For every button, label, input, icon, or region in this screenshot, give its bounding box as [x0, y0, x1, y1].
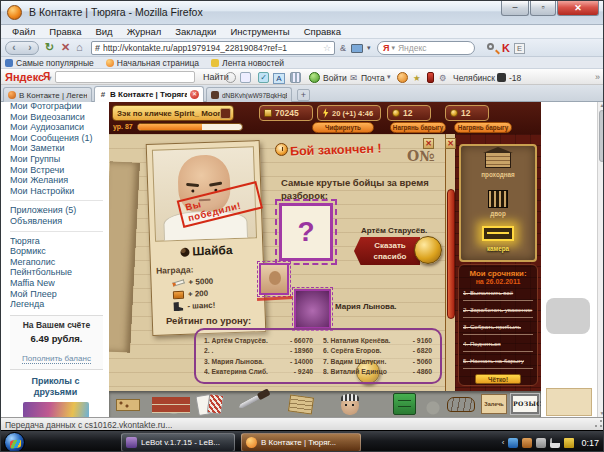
search-engine-dropdown-icon[interactable]: ▾ [391, 44, 395, 52]
player-menu-icon[interactable] [220, 108, 231, 119]
snapshot-icon[interactable] [351, 44, 363, 53]
friends-icon[interactable] [397, 72, 408, 83]
say-thanks-button[interactable]: Сказать спасибо [354, 237, 420, 265]
forward-icon[interactable]: › [22, 42, 38, 54]
tray-display-icon[interactable] [536, 438, 546, 448]
reload-icon[interactable]: ↻ [45, 41, 54, 54]
stop-icon[interactable]: ✕ [61, 41, 70, 54]
sidebar-item-wishes[interactable]: Мои Желания [10, 175, 109, 186]
tray-expand-icon[interactable]: ‹ [502, 438, 505, 447]
address-bar[interactable]: # http://vkontakte.ru/app1979194_2281908… [91, 41, 335, 55]
sidebar-item-photos[interactable]: Мои Фотографии [10, 102, 109, 112]
menu-edit[interactable]: Правка [42, 26, 88, 37]
game-scrollbar-thumb[interactable] [447, 189, 455, 319]
star-icon[interactable]: ★ [413, 73, 421, 83]
money-indicator[interactable]: 70245 [259, 105, 313, 121]
playing-card-back-icon[interactable] [207, 393, 225, 415]
bread-icon[interactable] [447, 397, 475, 412]
top-up-balance-link[interactable]: Пополнить баланс [22, 354, 91, 364]
start-button[interactable] [4, 432, 25, 452]
bookmark-start-page[interactable]: Начальная страница [106, 58, 199, 68]
menu-tools[interactable]: Инструменты [223, 26, 296, 37]
yandex-mail-link[interactable]: Почта [361, 73, 385, 83]
sidebar-item-tyuryaga[interactable]: Тюряга [10, 236, 109, 247]
network-signal-icon[interactable] [550, 438, 560, 448]
sidebar-item-groups[interactable]: Мои Группы [10, 154, 109, 165]
nightstand-icon[interactable] [393, 393, 416, 415]
tasks-button[interactable]: Чётко! [475, 374, 521, 384]
yandex-search-input[interactable] [55, 71, 195, 83]
new-tab-button[interactable]: + [297, 89, 310, 101]
resize-grip[interactable] [594, 419, 603, 428]
sidebar-item-settings[interactable]: Мои Настройки [10, 186, 109, 197]
cell-icon[interactable] [482, 226, 514, 241]
tab-other[interactable]: dNBKvh(wW97BqkHqBSN7wh6co7aO... [206, 87, 292, 102]
taskbar-button-firefox[interactable]: В Контакте | Тюряг... [241, 433, 361, 452]
task-item[interactable]: 5. Наехать на барыгу [463, 357, 533, 369]
energy-indicator[interactable]: 20 (+1) 4:46 [317, 105, 381, 121]
tray-app-icon[interactable] [522, 438, 532, 448]
tab-tyuryaga[interactable]: # В Контакте | Тюряга ✕ [94, 86, 204, 102]
sidebar-item-wormix[interactable]: Вормикс [10, 246, 109, 257]
ad-image[interactable] [23, 402, 89, 417]
tray-messenger-icon[interactable] [508, 438, 518, 448]
cigarettes-indicator-1[interactable]: 12 [387, 105, 431, 121]
bookmark-star-icon[interactable]: ☆ [323, 43, 331, 53]
cigarettes-indicator-2[interactable]: 12 [445, 105, 489, 121]
ad-title[interactable]: Приколы с друзьями [10, 376, 101, 398]
taskbar-button-lebot[interactable]: LeBot v.1.7.15 - LeB... [121, 433, 235, 452]
back-forward-buttons[interactable]: ‹› [5, 41, 39, 55]
menu-bookmarks[interactable]: Закладки [168, 26, 223, 37]
letters-icon[interactable] [288, 394, 314, 414]
tab-legenda[interactable]: В Контакте | Легенда - первая насто... [3, 87, 92, 102]
search-bar[interactable]: Я ▾ Яндекс [377, 41, 475, 55]
close-button[interactable]: ✕ [557, 1, 599, 16]
sidebar-item-messages[interactable]: Мои Сообщения (1) [10, 133, 109, 144]
prisoner-head-icon[interactable] [341, 394, 359, 415]
yard-icon[interactable] [488, 190, 508, 208]
task-item[interactable]: 3. Собрать прибыль [463, 323, 533, 335]
location-cell[interactable]: камера [461, 245, 535, 252]
market-icon[interactable] [427, 72, 434, 83]
top-fighter-name[interactable]: Артём Старусёв. [361, 226, 427, 235]
fighter-portrait-2[interactable] [294, 289, 331, 329]
sidebar-item-megapolis[interactable]: Мегаполис [10, 257, 109, 268]
menu-view[interactable]: Вид [88, 26, 119, 37]
browser-scrollbar-thumb[interactable] [599, 110, 604, 162]
minimize-button[interactable]: – [501, 1, 529, 16]
action-center-flag-icon[interactable] [564, 438, 574, 448]
bookmark-most-popular[interactable]: Самые популярные [5, 58, 94, 68]
tab-close-icon[interactable]: ✕ [190, 90, 199, 99]
dialog-close-icon[interactable]: ✕ [423, 138, 434, 149]
sidebar-item-audios[interactable]: Мои Аудиозаписи [10, 122, 109, 133]
checkpoint-icon[interactable] [485, 152, 511, 168]
taskbar-clock[interactable]: 0:17 [581, 438, 599, 448]
scroll-down-icon[interactable]: ▼ [599, 410, 604, 417]
gear-icon[interactable]: ⚙ [439, 73, 447, 83]
sidebar-item-ads[interactable]: Объявления [10, 216, 109, 227]
e-addon-icon[interactable]: E [514, 43, 525, 54]
sidebar-item-paintball[interactable]: Пейнтбольные [10, 267, 109, 278]
browser-scrollbar[interactable]: ▲ ▼ [597, 102, 604, 417]
lay-low-card[interactable]: Залечь [481, 394, 507, 414]
app-close-icon[interactable]: ✕ [445, 138, 456, 149]
knife-icon[interactable] [237, 388, 271, 412]
maximize-button[interactable]: ▫ [530, 1, 556, 16]
task-item[interactable]: 4. Подняться [463, 340, 533, 352]
k-addon-icon[interactable]: K [502, 42, 510, 54]
menu-help[interactable]: Справка [297, 26, 348, 37]
sidebar-item-legenda[interactable]: Легенда [10, 299, 109, 310]
magnifier-options-icon[interactable] [225, 72, 236, 83]
translate-icon[interactable]: А [273, 73, 285, 84]
sidebar-item-videos[interactable]: Мои Видеозаписи [10, 112, 109, 123]
menu-history[interactable]: Журнал [120, 26, 169, 37]
chifir-button[interactable]: Чифирнуть [312, 122, 374, 133]
sidebar-ad[interactable]: Приколы с друзьями [10, 376, 109, 417]
scroll-up-icon[interactable]: ▲ [599, 102, 604, 109]
game-scrollbar[interactable] [445, 134, 455, 391]
feed-icon[interactable]: & [340, 43, 346, 53]
chat-bubble-icon[interactable] [240, 72, 251, 83]
dropdown-icon[interactable]: ▾ [367, 44, 371, 52]
menu-file[interactable]: Файл [5, 26, 42, 37]
bookmark-news-feed[interactable]: Лента новостей [211, 58, 284, 68]
